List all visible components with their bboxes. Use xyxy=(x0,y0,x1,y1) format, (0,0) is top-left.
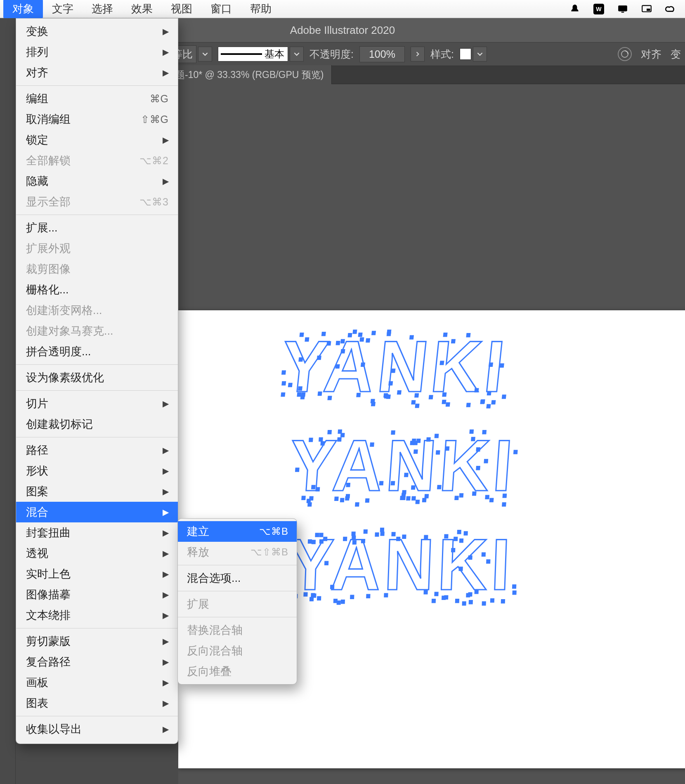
object-menu-item[interactable]: 锁定▶ xyxy=(16,130,178,150)
menu-item-label: 混合选项... xyxy=(187,571,288,586)
object-menu-item[interactable]: 取消编组⇧⌘G xyxy=(16,109,178,130)
chevron-down-icon[interactable] xyxy=(473,47,487,61)
object-menu-item[interactable]: 隐藏▶ xyxy=(16,171,178,191)
menu-item-label: 实时上色 xyxy=(26,567,161,581)
menu-item-label: 反向堆叠 xyxy=(187,664,288,679)
wps-icon[interactable]: W xyxy=(593,3,605,15)
graphic-style-dropdown[interactable] xyxy=(460,47,487,61)
object-menu-dropdown: 变换▶排列▶对齐▶编组⌘G取消编组⇧⌘G锁定▶全部解锁⌥⌘2隐藏▶显示全部⌥⌘3… xyxy=(16,18,178,744)
blend-submenu-item[interactable]: 建立⌥⌘B xyxy=(178,521,297,542)
document-tab[interactable]: 标题-10* @ 33.33% (RGB/GPU 预览) xyxy=(158,65,332,85)
align-button[interactable]: 对齐 xyxy=(641,47,661,61)
menu-item-label: 图像描摹 xyxy=(26,587,161,602)
object-menu-item[interactable]: 图像描摹▶ xyxy=(16,584,178,605)
svg-rect-5 xyxy=(647,8,650,10)
menu-help[interactable]: 帮助 xyxy=(241,0,281,19)
opacity-value[interactable]: 100% xyxy=(359,46,405,62)
submenu-arrow-icon: ▶ xyxy=(161,486,169,496)
menu-item-label: 扩展外观 xyxy=(26,241,169,256)
style-label: 样式: xyxy=(430,47,454,61)
display-icon[interactable] xyxy=(616,3,629,15)
menu-window[interactable]: 窗口 xyxy=(201,0,241,19)
app-title: Adobe Illustrator 2020 xyxy=(290,24,395,37)
object-menu-item[interactable]: 复合路径▶ xyxy=(16,652,178,672)
object-menu-item[interactable]: 扩展... xyxy=(16,217,178,238)
object-menu-item[interactable]: 创建裁切标记 xyxy=(16,414,178,435)
object-menu-item[interactable]: 排列▶ xyxy=(16,42,178,62)
object-menu-item[interactable]: 文本绕排▶ xyxy=(16,605,178,626)
menu-separator xyxy=(16,85,178,86)
menu-item-label: 锁定 xyxy=(26,132,161,147)
menu-item-label: 收集以导出 xyxy=(26,722,161,737)
submenu-arrow-icon: ▶ xyxy=(161,399,169,409)
menu-item-label: 栅格化... xyxy=(26,282,169,297)
submenu-arrow-icon: ▶ xyxy=(161,47,169,57)
object-menu-item[interactable]: 图表▶ xyxy=(16,693,178,713)
menu-type[interactable]: 文字 xyxy=(43,0,83,19)
submenu-arrow-icon: ▶ xyxy=(161,68,169,78)
menu-item-label: 建立 xyxy=(187,524,259,539)
blend-submenu-item[interactable]: 混合选项... xyxy=(178,568,297,588)
submenu-arrow-icon: ▶ xyxy=(161,466,169,476)
menu-select[interactable]: 选择 xyxy=(83,0,122,19)
object-menu-item[interactable]: 路径▶ xyxy=(16,440,178,460)
submenu-arrow-icon: ▶ xyxy=(161,135,169,145)
shortcut-label: ⌥⌘2 xyxy=(139,155,169,167)
menu-item-label: 切片 xyxy=(26,396,161,411)
submenu-arrow-icon: ▶ xyxy=(161,176,169,186)
object-menu-item[interactable]: 剪切蒙版▶ xyxy=(16,631,178,652)
object-menu-item[interactable]: 对齐▶ xyxy=(16,62,178,83)
object-menu-item[interactable]: 切片▶ xyxy=(16,393,178,414)
stroke-style-dropdown[interactable]: 基本 xyxy=(218,47,304,61)
submenu-arrow-icon: ▶ xyxy=(161,636,169,646)
svg-text:W: W xyxy=(596,6,602,12)
object-menu-item: 扩展外观 xyxy=(16,238,178,259)
menu-effect[interactable]: 效果 xyxy=(122,0,162,19)
object-menu-item: 裁剪图像 xyxy=(16,259,178,279)
picture-in-picture-icon[interactable] xyxy=(640,3,653,15)
menu-item-label: 释放 xyxy=(187,545,250,560)
left-gutter xyxy=(0,18,16,784)
object-menu-item[interactable]: 收集以导出▶ xyxy=(16,719,178,739)
object-menu-item[interactable]: 形状▶ xyxy=(16,460,178,481)
object-menu-item[interactable]: 封套扭曲▶ xyxy=(16,522,178,543)
object-menu-item[interactable]: 栅格化... xyxy=(16,279,178,300)
submenu-arrow-icon: ▶ xyxy=(161,528,169,538)
shortcut-label: ⇧⌘G xyxy=(141,113,169,125)
opacity-chevron-icon[interactable] xyxy=(411,47,425,61)
menu-item-label: 显示全部 xyxy=(26,194,139,209)
creative-cloud-icon[interactable] xyxy=(664,3,677,15)
submenu-arrow-icon: ▶ xyxy=(161,724,169,734)
artwork-text-row[interactable]: YANKI xyxy=(287,424,518,508)
menu-item-label: 隐藏 xyxy=(26,174,161,189)
penguin-icon[interactable] xyxy=(569,3,581,15)
submenu-arrow-icon: ▶ xyxy=(161,590,169,600)
object-menu-item[interactable]: 透视▶ xyxy=(16,543,178,564)
menu-item-label: 创建对象马赛克... xyxy=(26,324,169,338)
menu-view[interactable]: 视图 xyxy=(162,0,201,19)
object-menu-item[interactable]: 实时上色▶ xyxy=(16,564,178,584)
menu-item-label: 变换 xyxy=(26,24,161,39)
svg-rect-3 xyxy=(621,12,624,12)
menu-item-label: 路径 xyxy=(26,443,161,458)
svg-rect-2 xyxy=(618,5,627,11)
transform-button[interactable]: 变 xyxy=(671,47,681,61)
menu-item-label: 对齐 xyxy=(26,65,161,80)
artwork-text-row[interactable]: YANKI xyxy=(277,325,512,409)
menu-separator xyxy=(16,716,178,716)
object-menu-item[interactable]: 混合▶ xyxy=(16,502,178,522)
object-menu-item[interactable]: 编组⌘G xyxy=(16,88,178,109)
chevron-down-icon[interactable] xyxy=(290,47,304,61)
menu-separator xyxy=(16,390,178,391)
object-menu-item[interactable]: 变换▶ xyxy=(16,21,178,42)
object-menu-item[interactable]: 设为像素级优化 xyxy=(16,367,178,388)
menu-object[interactable]: 对象 xyxy=(3,0,43,19)
object-menu-item[interactable]: 画板▶ xyxy=(16,672,178,693)
artwork-text-row[interactable]: YANKI xyxy=(286,523,515,607)
chevron-down-icon[interactable] xyxy=(198,47,212,61)
recolor-icon[interactable] xyxy=(618,47,632,61)
object-menu-item[interactable]: 图案▶ xyxy=(16,481,178,502)
menu-item-label: 图表 xyxy=(26,696,161,711)
object-menu-item[interactable]: 拼合透明度... xyxy=(16,341,178,362)
menu-item-label: 文本绕排 xyxy=(26,608,161,623)
